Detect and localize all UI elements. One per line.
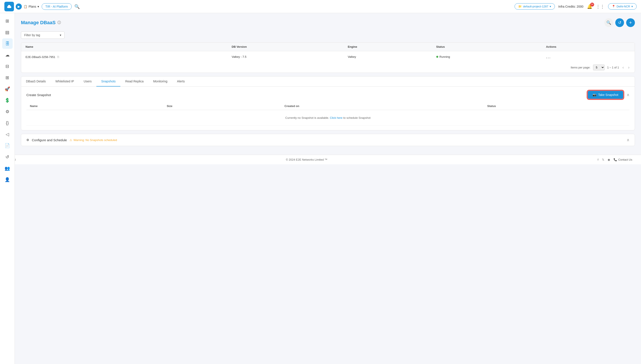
copyright-text: © 2024 E2E Networks Limited ™ xyxy=(286,158,327,161)
sidebar-item-back[interactable]: ◁ xyxy=(2,129,13,140)
tab-monitoring[interactable]: Monitoring xyxy=(148,76,172,86)
items-per-page-label: Items per page: xyxy=(570,66,590,69)
notifications-bell[interactable]: 🔔 34 xyxy=(587,4,592,9)
pagination-range: 1 – 1 of 1 xyxy=(607,66,619,69)
project-selector[interactable]: 📁 default-project-1287 ▾ xyxy=(514,3,555,10)
facebook-icon[interactable]: f xyxy=(598,158,598,161)
col-header-db-version: DB Version xyxy=(228,42,344,51)
help-circle-icon[interactable]: ⓘ xyxy=(57,20,61,25)
tab-snapshots[interactable]: Snapshots xyxy=(96,76,120,86)
page-title-text: Manage DBaaS xyxy=(21,20,56,26)
logo[interactable] xyxy=(4,2,14,11)
page-title: Manage DBaaS ⓘ xyxy=(21,20,61,26)
table-row: E2E-DBaaS-3258-7951 ⎘ Valkey - 7.5 Valke… xyxy=(21,51,635,62)
warning-badge: ⚠ Warning: No Snapshots scheduled xyxy=(70,138,117,142)
filter-label: Filter by tag xyxy=(24,33,40,37)
plans-icon: 📋 xyxy=(24,5,27,8)
pagination-row: Items per page: 5 10 25 1 – 1 of 1 ‹ › xyxy=(21,62,635,72)
configure-title: Configure and Schedule xyxy=(32,138,67,142)
plans-arrow-icon: ▾ xyxy=(38,5,39,8)
no-snapshot-suffix: to schedule Snapshot xyxy=(343,116,370,120)
sidebar: ⊞ ▤ 🗄 ☁ ⊟ ⊞ 🚀 💲 ⚙ {} ◁ 📄 ↺ 👥 👤 xyxy=(0,13,15,164)
tabs-header: DBaaS Details Whitelisted IP Users Snaps… xyxy=(21,76,635,86)
region-selector[interactable]: 📍 Delhi-NCR ▾ xyxy=(608,3,637,10)
refresh-button[interactable]: ↺ xyxy=(615,18,624,27)
add-button[interactable]: + xyxy=(626,18,635,27)
snapshot-col-size: Size xyxy=(163,102,281,110)
region-arrow-icon: ▾ xyxy=(632,5,633,8)
sidebar-item-deploy[interactable]: 🚀 xyxy=(2,84,13,94)
sidebar-item-network[interactable]: ☁ xyxy=(2,50,13,60)
sidebar-item-settings[interactable]: ⚙ xyxy=(2,106,13,117)
col-header-name: Name xyxy=(21,42,228,51)
rss-icon[interactable]: ◉ xyxy=(608,158,610,161)
search-button[interactable]: 🔍 xyxy=(604,18,613,27)
topnav: ▶ 📋 Plans ▾ TIR - AI Platform 🔍 📁 defaul… xyxy=(0,0,641,13)
cell-status: Running xyxy=(432,51,542,62)
no-snapshot-text: Currently no Snapshot is available. xyxy=(286,116,329,120)
sidebar-item-code[interactable]: {} xyxy=(2,118,13,128)
contact-us[interactable]: 📞 Contact Us xyxy=(614,158,632,161)
notification-badge: 34 xyxy=(590,2,594,6)
platform-button[interactable]: TIR - AI Platform xyxy=(42,3,72,10)
sidebar-item-team[interactable]: 👥 xyxy=(2,163,13,164)
snapshot-list-table: Name Size Created on Status Currently no… xyxy=(26,102,630,126)
copy-icon[interactable]: ⎘ xyxy=(57,55,59,59)
tab-dbaas-details[interactable]: DBaaS Details xyxy=(21,76,50,86)
tabs-section: DBaaS Details Whitelisted IP Users Snaps… xyxy=(21,76,635,130)
dbaas-table: Name DB Version Engine Status Actions E2… xyxy=(21,42,635,62)
page-header: Manage DBaaS ⓘ 🔍 ↺ + xyxy=(21,18,635,27)
snapshot-col-created: Created on xyxy=(281,102,484,110)
row-actions-menu[interactable]: ... xyxy=(546,54,551,59)
sidebar-item-billing[interactable]: 💲 xyxy=(2,95,13,106)
sidebar-item-grid[interactable]: ⊞ xyxy=(2,72,13,83)
folder-icon: 📁 xyxy=(518,5,522,8)
status-text: Running xyxy=(440,55,450,58)
cell-name: E2E-DBaaS-3258-7951 ⎘ xyxy=(21,51,228,62)
snapshots-tab-content: Create Snapshot 📷 Take Snapshot ∧ Name xyxy=(21,86,635,130)
next-page-button[interactable]: › xyxy=(627,65,630,70)
take-snapshot-button[interactable]: 📷 Take Snapshot xyxy=(588,91,623,99)
col-header-engine: Engine xyxy=(344,42,432,51)
configure-collapse-btn[interactable]: ∧ xyxy=(626,138,630,142)
cell-db-version: Valkey - 7.5 xyxy=(228,51,344,62)
create-snapshot-title: Create Snapshot xyxy=(26,93,51,97)
tab-read-replica[interactable]: Read Replica xyxy=(120,76,148,86)
plans-menu[interactable]: 📋 Plans ▾ xyxy=(24,5,39,8)
create-snapshot-collapse-btn[interactable]: ∧ xyxy=(626,92,630,97)
sidebar-item-document[interactable]: 📄 xyxy=(2,140,13,151)
search-icon[interactable]: 🔍 xyxy=(74,4,80,9)
tab-alerts[interactable]: Alerts xyxy=(172,76,190,86)
cell-actions: ... xyxy=(542,51,635,62)
apps-grid-icon[interactable]: ⋮⋮ xyxy=(596,4,604,9)
credits-label: Infra Credits: 2000 xyxy=(558,5,584,8)
sidebar-item-database[interactable]: 🗄 xyxy=(2,38,13,49)
cell-engine: Valkey xyxy=(344,51,432,62)
main-content: Manage DBaaS ⓘ 🔍 ↺ + Filter by tag ▾ Nam… xyxy=(15,13,641,155)
contact-label: Contact Us xyxy=(618,158,632,161)
tab-users[interactable]: Users xyxy=(79,76,96,86)
filter-arrow-icon: ▾ xyxy=(60,33,61,37)
sidebar-item-server[interactable]: ▤ xyxy=(2,27,13,38)
sidebar-item-dashboard[interactable]: ⊞ xyxy=(2,16,13,26)
project-arrow-icon: ▾ xyxy=(550,5,551,8)
create-snapshot-section: Create Snapshot 📷 Take Snapshot ∧ Name xyxy=(26,91,630,126)
filter-by-tag-dropdown[interactable]: Filter by tag ▾ xyxy=(21,32,64,39)
project-label: default-project-1287 xyxy=(523,5,548,8)
phone-icon: 📞 xyxy=(614,158,617,161)
configure-header: ⚙ Configure and Schedule ⚠ Warning: No S… xyxy=(21,134,635,146)
sidebar-item-loadbalancer[interactable]: ⊟ xyxy=(2,61,13,72)
prev-page-button[interactable]: ‹ xyxy=(622,65,625,70)
filter-section: Filter by tag ▾ xyxy=(21,32,635,39)
page-actions: 🔍 ↺ + xyxy=(604,18,635,27)
items-per-page-select[interactable]: 5 10 25 xyxy=(593,64,604,70)
configure-schedule-section: ⚙ Configure and Schedule ⚠ Warning: No S… xyxy=(21,134,635,146)
no-snapshots-row: Currently no Snapshot is available. Clic… xyxy=(26,110,630,126)
tab-whitelisted-ip[interactable]: Whitelisted IP xyxy=(50,76,79,86)
location-icon: 📍 xyxy=(612,5,615,8)
sidebar-item-refresh[interactable]: ↺ xyxy=(2,152,13,162)
schedule-snapshot-link[interactable]: Click here xyxy=(330,116,342,120)
nav-expand-btn[interactable]: ▶ xyxy=(16,4,22,10)
snapshot-col-name: Name xyxy=(26,102,163,110)
twitter-icon[interactable]: 𝕏 xyxy=(602,158,604,161)
